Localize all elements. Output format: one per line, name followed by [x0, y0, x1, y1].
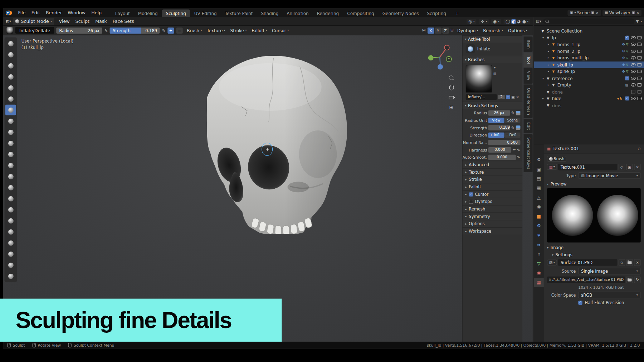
radius-value-slider[interactable]: 26 px: [488, 110, 510, 115]
tool-dropdown[interactable]: Falloff▾: [250, 27, 269, 34]
hardness-slider[interactable]: 0.000: [488, 147, 511, 153]
add-workspace-button[interactable]: +: [451, 9, 463, 17]
outliner-item-label[interactable]: Empty: [557, 83, 625, 88]
exclude-checkbox[interactable]: [625, 76, 629, 80]
strength-pen-icon[interactable]: ✎: [511, 125, 515, 130]
brush-name-field[interactable]: Inflate/...: [466, 94, 497, 100]
sculpt-tool-button[interactable]: [5, 149, 16, 160]
visibility-dropdown[interactable]: ◎▾: [467, 19, 477, 24]
outliner-row[interactable]: ▸ ▼ horns_multi_lp ⚙ ▽: [534, 55, 644, 61]
sculpt-tool-button[interactable]: [5, 116, 16, 127]
panel-dropdown[interactable]: Remesh▾: [481, 27, 505, 34]
sculpt-tool-button[interactable]: [5, 238, 16, 248]
mode-dropdown[interactable]: Sculpt Mode ▾: [13, 18, 54, 25]
hide-viewport-eye-icon[interactable]: [631, 76, 636, 81]
unlink-brush-icon[interactable]: ×: [516, 95, 519, 99]
expand-arrow-icon[interactable]: ▾: [541, 36, 546, 39]
disable-render-camera-icon[interactable]: [637, 76, 642, 81]
direction-add-button[interactable]: +: [167, 27, 174, 33]
menu-item[interactable]: Edit: [29, 9, 43, 16]
hide-viewport-eye-icon[interactable]: [631, 69, 636, 74]
hide-viewport-eye-icon[interactable]: [631, 49, 636, 54]
header-menu-item[interactable]: Sculpt: [73, 18, 93, 25]
workspace-tab[interactable]: UV Editing: [190, 9, 221, 17]
disable-render-camera-icon[interactable]: [637, 83, 642, 88]
shading-material-button[interactable]: ◕: [517, 19, 521, 24]
shading-dropdown-icon[interactable]: ▾: [527, 20, 528, 23]
half-float-checkbox[interactable]: [578, 301, 582, 304]
radius-pressure-icon[interactable]: ✎: [104, 28, 108, 33]
copy-texture-icon[interactable]: ▣: [626, 164, 633, 170]
panel-section-header[interactable]: ▸ Advanced: [463, 161, 523, 168]
panel-section-header[interactable]: ▸ Stroke: [463, 175, 523, 183]
strength-pressure-icon[interactable]: [516, 125, 521, 130]
auto-smooth-pen-icon[interactable]: ✎: [517, 155, 521, 159]
open-image-folder-icon[interactable]: [626, 259, 633, 266]
outliner-row[interactable]: ▸ ▼ hide 6 ⚙ ▽: [534, 95, 644, 102]
outliner-row[interactable]: ▼ done ⚙ ▽: [534, 88, 644, 95]
skull-model[interactable]: [167, 49, 356, 234]
brush-image-icon[interactable]: ▨: [493, 72, 497, 75]
brush-users-count[interactable]: 2: [498, 95, 504, 99]
disable-render-camera-icon[interactable]: [637, 49, 642, 54]
sculpt-tool-button[interactable]: [5, 60, 16, 71]
outliner-item-label[interactable]: spine_lp: [557, 69, 622, 74]
new-viewlayer-icon[interactable]: ▣: [631, 11, 635, 15]
zoom-icon[interactable]: [448, 75, 454, 81]
texture-preview[interactable]: [547, 188, 641, 243]
panel-dropdown[interactable]: Options▾: [506, 27, 529, 34]
normal-radius-slider[interactable]: 0.500: [488, 140, 521, 145]
sculpt-tool-button[interactable]: [5, 193, 16, 204]
sculpt-tool-button[interactable]: [5, 271, 16, 282]
tool-dropdown[interactable]: Stroke▾: [228, 27, 249, 34]
header-menu-item[interactable]: Mask: [92, 18, 110, 25]
overlays-dropdown[interactable]: ◉▾: [491, 19, 501, 24]
properties-tab[interactable]: ⚙: [534, 221, 544, 230]
brush-thumbnail[interactable]: [466, 65, 492, 93]
workspace-tab[interactable]: Rendering: [313, 9, 343, 17]
outliner-editor-icon[interactable]: ▤▾: [536, 19, 541, 23]
new-scene-icon[interactable]: ▣: [591, 11, 595, 15]
preview-section-header[interactable]: ▾Preview: [547, 182, 641, 187]
disable-render-camera-icon[interactable]: [637, 69, 642, 74]
sculpt-tool-button[interactable]: [5, 260, 16, 271]
shading-solid-button[interactable]: ◐: [511, 19, 516, 24]
expand-arrow-icon[interactable]: ▸: [546, 56, 551, 60]
menu-item[interactable]: Help: [88, 9, 104, 16]
brush-settings-header[interactable]: ▾Brush Settings: [463, 102, 523, 109]
fake-user-checkbox[interactable]: [506, 95, 510, 99]
header-menu-item[interactable]: Face Sets: [110, 18, 137, 25]
workspace-tab[interactable]: Animation: [283, 9, 313, 17]
image-name-field[interactable]: Surface-01.PSD: [558, 259, 617, 266]
strength-value-slider[interactable]: 0.189: [488, 125, 510, 130]
outliner-item-label[interactable]: skull_lp: [557, 62, 622, 67]
properties-tab[interactable]: ◉: [534, 268, 544, 278]
outliner-item-label[interactable]: reference: [552, 76, 624, 81]
viewlayer-selector[interactable]: ▦ ViewLayer ▣ ×: [602, 10, 641, 16]
sculpt-tool-button[interactable]: [5, 204, 16, 215]
menu-item[interactable]: File: [15, 9, 28, 16]
outliner-item-label[interactable]: rims: [552, 103, 643, 108]
outliner-item-label[interactable]: done: [552, 89, 630, 94]
direction-inflate-button[interactable]: + Infl...: [488, 132, 504, 138]
workspace-tab[interactable]: Modeling: [134, 9, 162, 17]
sculpt-tool-button[interactable]: [5, 171, 16, 182]
pin-icon[interactable]: ⊙: [638, 147, 641, 150]
sidebar-tab[interactable]: Item: [524, 36, 533, 52]
image-browse-dropdown[interactable]: ▨▾: [547, 260, 557, 266]
unlink-texture-icon[interactable]: ×: [634, 164, 640, 170]
expand-arrow-icon[interactable]: ▸: [546, 83, 551, 86]
remove-viewlayer-icon[interactable]: ×: [636, 11, 640, 15]
workspace-tab[interactable]: Texture Paint: [221, 9, 257, 17]
navigation-gizmo[interactable]: Y: [425, 43, 454, 71]
workspace-tab[interactable]: Shading: [257, 9, 283, 17]
properties-tab[interactable]: ∗: [534, 230, 544, 240]
hide-viewport-eye-icon[interactable]: [631, 96, 636, 101]
outliner-row[interactable]: ▼ rims ⚙ ▽: [534, 102, 644, 109]
tool-dropdown[interactable]: Brush▾: [185, 27, 204, 34]
hide-viewport-eye-icon[interactable]: [631, 83, 636, 88]
hardness-pen-icon[interactable]: ✎: [517, 148, 521, 152]
radius-unit-view-button[interactable]: View: [488, 118, 504, 123]
hide-viewport-eye-icon[interactable]: [631, 35, 636, 40]
filter-icon[interactable]: ▼: [636, 19, 639, 23]
